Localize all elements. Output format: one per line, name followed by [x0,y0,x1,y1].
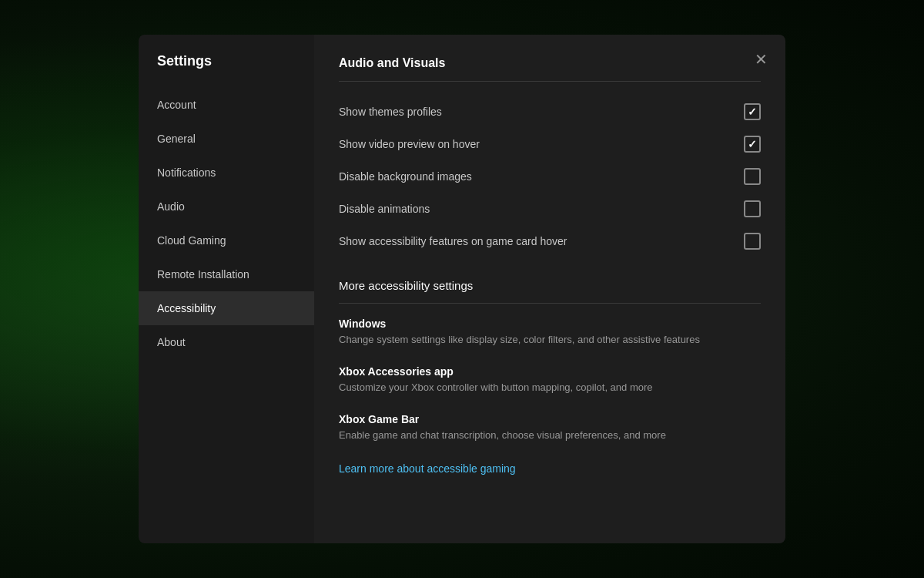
divider-2 [339,303,761,304]
sidebar-item-general[interactable]: General [139,122,314,156]
setting-label-show-video: Show video preview on hover [339,138,480,150]
link-title-windows: Windows [339,318,761,330]
setting-label-show-themes: Show themes profiles [339,106,442,118]
link-desc-windows: Change system settings like display size… [339,333,761,347]
settings-sidebar: Settings Account General Notifications A… [139,35,314,543]
link-desc-xbox-game-bar: Enable game and chat transcription, choo… [339,428,761,442]
setting-label-show-accessibility: Show accessibility features on game card… [339,235,567,247]
sidebar-item-accessibility[interactable]: Accessibility [139,291,314,325]
checkbox-disable-anim[interactable] [744,200,761,217]
link-title-xbox-accessories: Xbox Accessories app [339,365,761,378]
sidebar-item-about[interactable]: About [139,325,314,359]
sidebar-item-notifications[interactable]: Notifications [139,156,314,190]
setting-row-show-video: Show video preview on hover [339,128,761,160]
checkbox-show-themes[interactable] [744,103,761,120]
setting-label-disable-bg: Disable background images [339,170,472,183]
divider-1 [339,81,761,82]
sidebar-title: Settings [139,53,314,88]
settings-dialog: Settings Account General Notifications A… [139,35,785,543]
link-title-xbox-game-bar: Xbox Game Bar [339,413,761,425]
settings-content: ✕ Audio and Visuals Show themes profiles… [314,35,785,543]
section-title: Audio and Visuals [339,56,761,70]
sidebar-item-audio[interactable]: Audio [139,190,314,223]
link-block-windows: Windows Change system settings like disp… [339,318,761,347]
setting-row-show-themes: Show themes profiles [339,96,761,128]
link-block-xbox-accessories: Xbox Accessories app Customize your Xbox… [339,365,761,395]
learn-more-link[interactable]: Learn more about accessible gaming [339,462,516,475]
link-block-xbox-game-bar: Xbox Game Bar Enable game and chat trans… [339,413,761,442]
more-accessibility-title: More accessibility settings [339,279,761,292]
sidebar-item-remote-installation[interactable]: Remote Installation [139,257,314,291]
checkbox-show-video[interactable] [744,136,761,153]
setting-label-disable-anim: Disable animations [339,203,430,215]
setting-row-disable-anim: Disable animations [339,193,761,225]
link-desc-xbox-accessories: Customize your Xbox controller with butt… [339,381,761,395]
checkbox-disable-bg[interactable] [744,168,761,185]
checkbox-show-accessibility[interactable] [744,233,761,250]
close-button[interactable]: ✕ [748,47,773,72]
setting-row-show-accessibility: Show accessibility features on game card… [339,225,761,257]
setting-row-disable-bg: Disable background images [339,160,761,193]
sidebar-item-account[interactable]: Account [139,88,314,122]
sidebar-item-cloud-gaming[interactable]: Cloud Gaming [139,223,314,257]
